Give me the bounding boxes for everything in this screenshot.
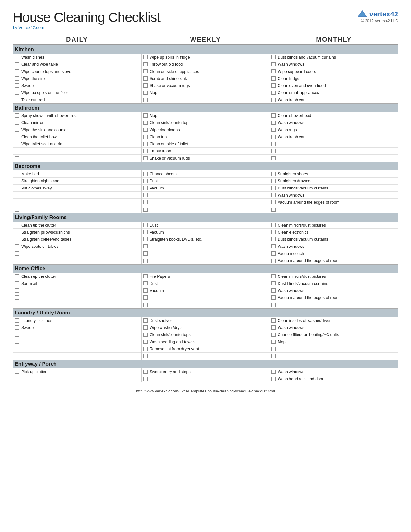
- checkbox[interactable]: [271, 135, 276, 139]
- list-item[interactable]: Vacuum: [142, 229, 269, 236]
- checkbox[interactable]: [143, 186, 148, 190]
- checkbox[interactable]: [271, 113, 276, 118]
- list-item[interactable]: Wipe washer/dryer: [142, 324, 269, 331]
- list-item[interactable]: Wipe countertops and stove: [13, 68, 141, 75]
- list-item[interactable]: Mop: [142, 112, 269, 119]
- checkbox[interactable]: [143, 193, 148, 197]
- checkbox[interactable]: [143, 274, 148, 278]
- list-item[interactable]: File Papers: [142, 273, 269, 280]
- checkbox[interactable]: [271, 354, 276, 358]
- list-item[interactable]: Clean insides of washer/dryer: [269, 317, 398, 324]
- list-item[interactable]: Remove lint from dryer vent: [142, 345, 269, 353]
- list-item[interactable]: Pick up clutter: [13, 368, 141, 375]
- checkbox[interactable]: [143, 251, 148, 256]
- checkbox[interactable]: [271, 62, 276, 66]
- checkbox[interactable]: [143, 113, 148, 118]
- checkbox[interactable]: [143, 325, 148, 330]
- checkbox[interactable]: [271, 98, 276, 102]
- list-item[interactable]: Wash windows: [269, 192, 398, 199]
- checkbox[interactable]: [15, 259, 19, 263]
- checkbox[interactable]: [15, 208, 19, 212]
- checkbox[interactable]: [143, 223, 148, 227]
- list-item[interactable]: Wipe spots off tables: [13, 243, 141, 250]
- list-item[interactable]: Wash trash can: [269, 133, 398, 140]
- list-item[interactable]: Clean electronics: [269, 229, 398, 236]
- list-item[interactable]: Sort mail: [13, 280, 141, 287]
- list-item[interactable]: Change sheets: [142, 170, 269, 178]
- list-item[interactable]: Dust shelves: [142, 317, 269, 324]
- checkbox[interactable]: [143, 149, 148, 153]
- list-item[interactable]: Sweep: [13, 324, 141, 331]
- list-item[interactable]: Vacuum around the edges of room: [269, 294, 398, 301]
- checkbox[interactable]: [271, 251, 276, 256]
- checkbox[interactable]: [15, 128, 19, 132]
- checkbox[interactable]: [15, 149, 19, 153]
- checkbox[interactable]: [143, 370, 148, 374]
- checkbox[interactable]: [143, 83, 148, 88]
- checkbox[interactable]: [15, 288, 19, 293]
- checkbox[interactable]: [143, 281, 148, 285]
- list-item[interactable]: Wipe the sink and counter: [13, 126, 141, 133]
- checkbox[interactable]: [15, 113, 19, 118]
- checkbox[interactable]: [271, 128, 276, 132]
- checkbox[interactable]: [271, 303, 276, 307]
- checkbox[interactable]: [15, 340, 19, 344]
- checkbox[interactable]: [271, 83, 276, 88]
- checkbox[interactable]: [143, 172, 148, 176]
- list-item[interactable]: Clean tub: [142, 133, 269, 140]
- checkbox[interactable]: [15, 295, 19, 300]
- list-item[interactable]: Dust: [142, 280, 269, 287]
- list-item[interactable]: Wipe the sink: [13, 75, 141, 82]
- list-item[interactable]: Laundry - clothes: [13, 317, 141, 324]
- list-item[interactable]: Wash windows: [269, 287, 398, 294]
- list-item[interactable]: Make bed: [13, 170, 141, 178]
- checkbox[interactable]: [271, 295, 276, 300]
- list-item[interactable]: Sweep: [13, 82, 141, 89]
- checkbox[interactable]: [143, 259, 148, 263]
- checkbox[interactable]: [271, 237, 276, 241]
- checkbox[interactable]: [143, 62, 148, 66]
- list-item[interactable]: Vacuum around the edges of room: [269, 257, 398, 264]
- checkbox[interactable]: [143, 340, 148, 344]
- checkbox[interactable]: [143, 318, 148, 323]
- checkbox[interactable]: [271, 340, 276, 344]
- checkbox[interactable]: [15, 179, 19, 183]
- checkbox[interactable]: [143, 333, 148, 337]
- checkbox[interactable]: [271, 230, 276, 234]
- checkbox[interactable]: [15, 98, 19, 102]
- list-item[interactable]: Scrub and shine sink: [142, 75, 269, 82]
- checkbox[interactable]: [271, 149, 276, 153]
- list-item[interactable]: Straighten shoes: [269, 170, 398, 178]
- list-item[interactable]: Wipe cupboard doors: [269, 68, 398, 75]
- checkbox[interactable]: [15, 69, 19, 73]
- list-item[interactable]: Wash hand rails and door: [269, 375, 398, 382]
- checkbox[interactable]: [15, 354, 19, 358]
- list-item[interactable]: Wipe toilet seat and rim: [13, 140, 141, 148]
- checkbox[interactable]: [271, 121, 276, 125]
- checkbox[interactable]: [15, 200, 19, 204]
- list-item[interactable]: Change filters on heating/AC units: [269, 331, 398, 338]
- list-item[interactable]: Vacuum: [142, 287, 269, 294]
- list-item[interactable]: Clean fridge: [269, 75, 398, 82]
- checkbox[interactable]: [15, 193, 19, 197]
- checkbox[interactable]: [15, 186, 19, 190]
- checkbox[interactable]: [15, 244, 19, 248]
- list-item[interactable]: Wash windows: [269, 324, 398, 331]
- checkbox[interactable]: [271, 223, 276, 227]
- list-item[interactable]: Put clothes away: [13, 185, 141, 192]
- list-item[interactable]: Wash windows: [269, 368, 398, 375]
- checkbox[interactable]: [143, 208, 148, 212]
- checkbox[interactable]: [143, 179, 148, 183]
- checkbox[interactable]: [143, 347, 148, 351]
- checkbox[interactable]: [271, 259, 276, 263]
- checkbox[interactable]: [15, 223, 19, 227]
- list-item[interactable]: Straighten books, DVD's, etc.: [142, 236, 269, 243]
- list-item[interactable]: Wipe up spills in fridge: [142, 54, 269, 61]
- list-item[interactable]: Vacuum couch: [269, 250, 398, 257]
- list-item[interactable]: Clean up the clutter: [13, 222, 141, 229]
- list-item[interactable]: Straighten drawers: [269, 178, 398, 185]
- checkbox[interactable]: [271, 69, 276, 73]
- list-item[interactable]: Clean mirrors/dust pictures: [269, 222, 398, 229]
- list-item[interactable]: Wipe door/knobs: [142, 126, 269, 133]
- checkbox[interactable]: [15, 121, 19, 125]
